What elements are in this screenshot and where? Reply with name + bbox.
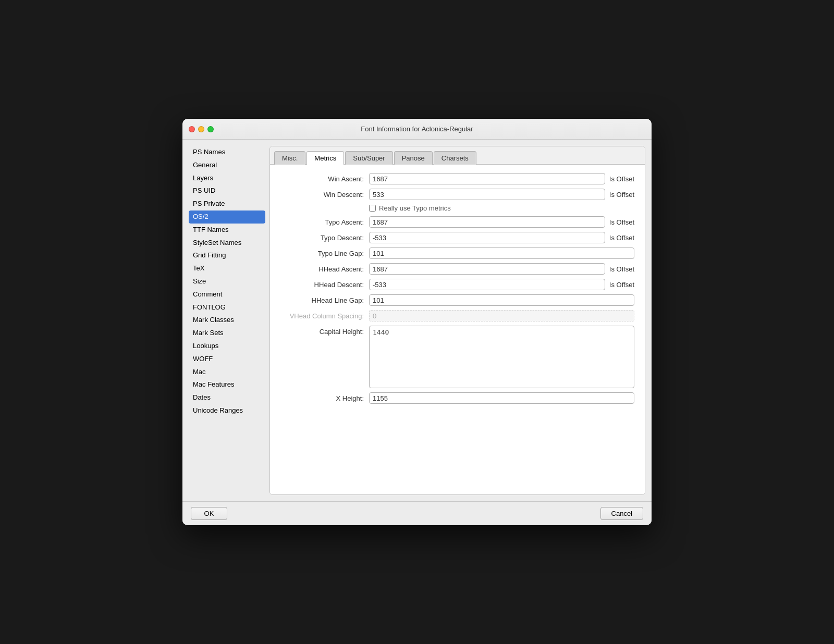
win-descent-input[interactable]: [369, 189, 605, 200]
vhead-column-input[interactable]: [369, 310, 634, 321]
sidebar-item-comment[interactable]: Comment: [189, 288, 265, 301]
win-ascent-suffix: Is Offset: [609, 175, 634, 183]
capital-height-label: Capital Height:: [280, 328, 369, 336]
typo-line-gap-row: Typo Line Gap:: [280, 247, 634, 259]
minimize-button[interactable]: [198, 126, 204, 132]
titlebar: Font Information for Aclonica-Regular: [182, 119, 652, 140]
cancel-button[interactable]: Cancel: [600, 507, 643, 520]
main-window: Font Information for Aclonica-Regular PS…: [182, 119, 652, 525]
tab-bar: Misc.MetricsSub/SuperPanoseCharsets: [270, 146, 645, 165]
sidebar-item-layers[interactable]: Layers: [189, 172, 265, 185]
x-height-input[interactable]: [369, 392, 634, 404]
typo-descent-suffix: Is Offset: [609, 234, 634, 242]
win-descent-row: Win Descent: Is Offset: [280, 189, 634, 200]
typo-metrics-row: Really use Typo metrics: [280, 204, 634, 212]
win-ascent-label: Win Ascent:: [280, 175, 369, 183]
tab-metrics[interactable]: Metrics: [306, 151, 344, 165]
tab-misc[interactable]: Misc.: [274, 151, 305, 165]
typo-ascent-label: Typo Ascent:: [280, 218, 369, 226]
typo-descent-input[interactable]: [369, 232, 605, 243]
vhead-column-label: VHead Column Spacing:: [280, 312, 369, 320]
hhead-descent-input[interactable]: [369, 279, 605, 290]
hhead-descent-row: HHead Descent: Is Offset: [280, 279, 634, 290]
x-height-label: X Height:: [280, 394, 369, 402]
typo-metrics-label[interactable]: Really use Typo metrics: [369, 204, 451, 212]
hhead-ascent-row: HHead Ascent: Is Offset: [280, 263, 634, 275]
sidebar-item-mac-features[interactable]: Mac Features: [189, 378, 265, 391]
typo-metrics-checkbox[interactable]: [369, 205, 376, 212]
sidebar-item-mark-sets[interactable]: Mark Sets: [189, 327, 265, 340]
tab-charsets[interactable]: Charsets: [434, 151, 476, 165]
hhead-ascent-input[interactable]: [369, 263, 605, 275]
sidebar: PS NamesGeneralLayersPS UIDPS PrivateOS/…: [189, 146, 269, 495]
hhead-line-gap-row: HHead Line Gap:: [280, 294, 634, 306]
sidebar-item-styleset-names[interactable]: StyleSet Names: [189, 237, 265, 250]
sidebar-item-size[interactable]: Size: [189, 275, 265, 288]
maximize-button[interactable]: [207, 126, 214, 132]
sidebar-item-ps-private[interactable]: PS Private: [189, 197, 265, 210]
sidebar-item-grid-fitting[interactable]: Grid Fitting: [189, 249, 265, 262]
sidebar-item-woff[interactable]: WOFF: [189, 353, 265, 366]
sidebar-item-ps-names[interactable]: PS Names: [189, 146, 265, 159]
typo-ascent-input[interactable]: [369, 216, 605, 228]
win-descent-suffix: Is Offset: [609, 191, 634, 199]
vhead-column-row: VHead Column Spacing:: [280, 310, 634, 321]
capital-height-input[interactable]: [369, 326, 634, 388]
hhead-descent-label: HHead Descent:: [280, 281, 369, 289]
typo-ascent-row: Typo Ascent: Is Offset: [280, 216, 634, 228]
win-ascent-input[interactable]: [369, 173, 605, 184]
typo-ascent-suffix: Is Offset: [609, 218, 634, 226]
sidebar-item-dates[interactable]: Dates: [189, 391, 265, 404]
hhead-descent-suffix: Is Offset: [609, 281, 634, 289]
traffic-lights: [189, 126, 214, 132]
win-ascent-row: Win Ascent: Is Offset: [280, 173, 634, 184]
sidebar-item-ps-uid[interactable]: PS UID: [189, 184, 265, 197]
sidebar-item-general[interactable]: General: [189, 159, 265, 172]
form-area: Win Ascent: Is Offset Win Descent: Is Of…: [270, 165, 645, 494]
sidebar-item-mark-classes[interactable]: Mark Classes: [189, 314, 265, 327]
sidebar-item-tex[interactable]: TeX: [189, 262, 265, 275]
window-title: Font Information for Aclonica-Regular: [361, 125, 473, 133]
tab-panose[interactable]: Panose: [394, 151, 433, 165]
hhead-ascent-label: HHead Ascent:: [280, 265, 369, 273]
typo-line-gap-input[interactable]: [369, 247, 634, 259]
hhead-ascent-suffix: Is Offset: [609, 265, 634, 273]
close-button[interactable]: [189, 126, 195, 132]
sidebar-item-lookups[interactable]: Lookups: [189, 340, 265, 353]
footer: OK Cancel: [182, 501, 652, 525]
typo-line-gap-label: Typo Line Gap:: [280, 250, 369, 257]
typo-descent-label: Typo Descent:: [280, 234, 369, 242]
sidebar-item-fontlog[interactable]: FONTLOG: [189, 301, 265, 314]
ok-button[interactable]: OK: [191, 507, 227, 520]
main-content: Misc.MetricsSub/SuperPanoseCharsets Win …: [269, 146, 645, 495]
sidebar-item-unicode-ranges[interactable]: Unicode Ranges: [189, 404, 265, 417]
win-descent-label: Win Descent:: [280, 191, 369, 199]
sidebar-item-os2[interactable]: OS/2: [189, 210, 265, 224]
window-body: PS NamesGeneralLayersPS UIDPS PrivateOS/…: [182, 140, 652, 501]
hhead-line-gap-input[interactable]: [369, 294, 634, 306]
sidebar-item-mac[interactable]: Mac: [189, 366, 265, 379]
x-height-row: X Height:: [280, 392, 634, 404]
tab-subsuper[interactable]: Sub/Super: [345, 151, 393, 165]
capital-height-row: Capital Height:: [280, 326, 634, 388]
sidebar-item-ttf-names[interactable]: TTF Names: [189, 224, 265, 237]
typo-descent-row: Typo Descent: Is Offset: [280, 232, 634, 243]
hhead-line-gap-label: HHead Line Gap:: [280, 296, 369, 304]
